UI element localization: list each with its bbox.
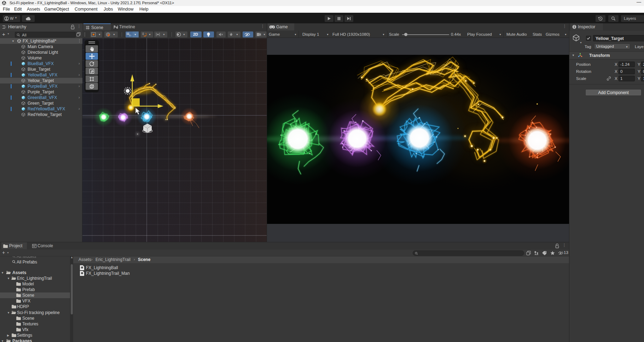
svg-text:XY: XY	[129, 34, 132, 37]
